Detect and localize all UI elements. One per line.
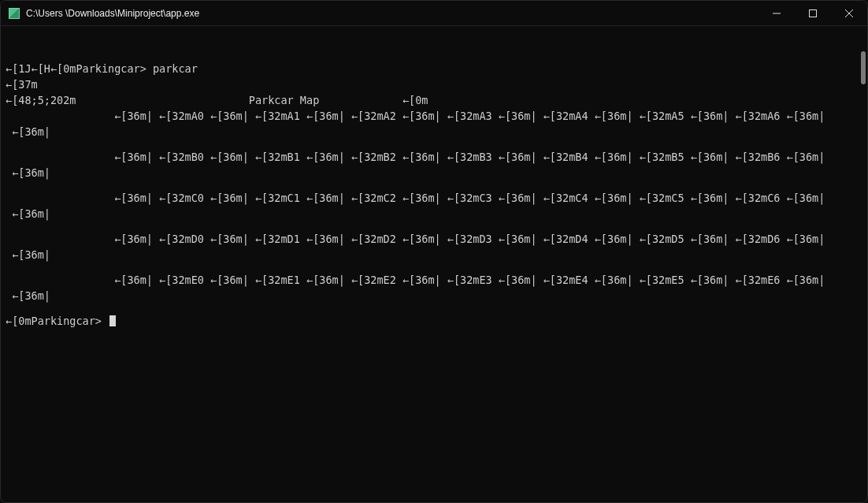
terminal-output: ←[1J←[H←[0mParkingcar> parkcar←[37m←[48;… [1,26,867,360]
map-row-cells: ←[36m| ←[32mC0 ←[36m| ←[32mC1 ←[36m| ←[3… [6,190,864,206]
map-row-trailer: ←[36m| [6,288,864,304]
prompt-line-initial: ←[1J←[H←[0mParkingcar> parkcar [6,61,864,76]
app-window: C:\Users \Downloads\Miniproject\app.exe … [0,0,868,503]
minimize-button[interactable] [759,1,795,25]
titlebar[interactable]: C:\Users \Downloads\Miniproject\app.exe [1,1,867,26]
map-row-trailer: ←[36m| [6,206,864,222]
map-row-cells: ←[36m| ←[32mE0 ←[36m| ←[32mE1 ←[36m| ←[3… [6,272,864,288]
scrollbar-thumb[interactable] [861,51,866,84]
map-row-cells: ←[36m| ←[32mB0 ←[36m| ←[32mB1 ←[36m| ←[3… [6,149,864,165]
map-title-line: ←[48;5;202m Parkcar Map ←[0m [6,92,864,108]
cursor [109,315,116,326]
window-title: C:\Users \Downloads\Miniproject\app.exe [26,8,199,19]
map-row-B: ←[36m| ←[32mB0 ←[36m| ←[32mB1 ←[36m| ←[3… [6,149,864,181]
map-row-A: ←[36m| ←[32mA0 ←[36m| ←[32mA1 ←[36m| ←[3… [6,108,864,140]
svg-rect-1 [810,9,817,17]
window-controls [759,1,867,25]
prompt-line-waiting[interactable]: ←[0mParkingcar> [6,313,864,329]
map-row-C: ←[36m| ←[32mC0 ←[36m| ←[32mC1 ←[36m| ←[3… [6,190,864,222]
map-row-trailer: ←[36m| [6,124,864,140]
maximize-button[interactable] [795,1,831,25]
map-row-trailer: ←[36m| [6,247,864,263]
esc-fg37: ←[37m [6,76,864,92]
terminal-area[interactable]: ←[1J←[H←[0mParkingcar> parkcar←[37m←[48;… [1,26,867,502]
map-row-E: ←[36m| ←[32mE0 ←[36m| ←[32mE1 ←[36m| ←[3… [6,272,864,304]
map-row-D: ←[36m| ←[32mD0 ←[36m| ←[32mD1 ←[36m| ←[3… [6,231,864,263]
app-icon [9,8,20,19]
map-row-trailer: ←[36m| [6,165,864,181]
close-button[interactable] [831,1,867,25]
map-row-cells: ←[36m| ←[32mA0 ←[36m| ←[32mA1 ←[36m| ←[3… [6,108,864,124]
map-row-cells: ←[36m| ←[32mD0 ←[36m| ←[32mD1 ←[36m| ←[3… [6,231,864,247]
